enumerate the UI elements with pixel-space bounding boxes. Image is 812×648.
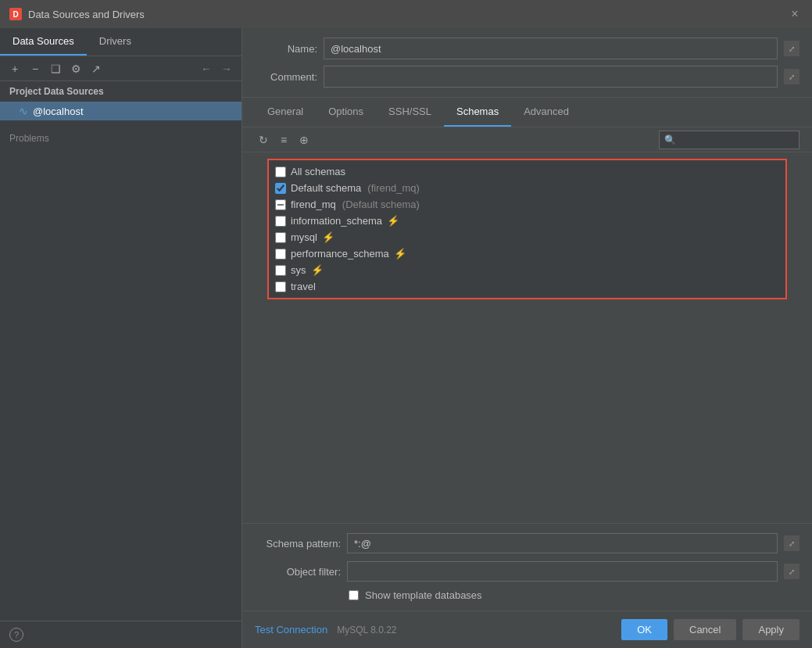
schema-name-sys: sys	[291, 264, 306, 276]
show-template-checkbox[interactable]	[349, 590, 359, 600]
schema-name-performance-schema: performance_schema	[291, 248, 389, 260]
app-icon: D	[9, 8, 22, 20]
schemas-area: All schemas Default schema (firend_mq) f…	[242, 152, 812, 523]
schema-name-travel: travel	[291, 281, 316, 292]
schema-item-mysql[interactable]: mysql ⚡	[269, 229, 785, 245]
close-button[interactable]: ×	[787, 6, 803, 22]
forward-button[interactable]: →	[218, 61, 235, 77]
copy-datasource-button[interactable]: ❑	[47, 60, 64, 77]
comment-input[interactable]	[324, 66, 778, 88]
schema-checkbox-information-schema[interactable]	[275, 216, 286, 227]
problems-section: Problems	[0, 127, 241, 150]
help-button[interactable]: ?	[9, 628, 23, 642]
search-icon: 🔍	[664, 134, 676, 145]
footer-actions: Test Connection MySQL 8.0.22 OK Cancel A…	[242, 610, 812, 648]
schema-name-firend-mq: firend_mq	[291, 199, 336, 210]
tab-schemas[interactable]: Schemas	[444, 98, 511, 127]
schema-name-all-schemas: All schemas	[291, 166, 345, 177]
schema-checkbox-travel[interactable]	[275, 281, 286, 292]
schema-checkbox-all-schemas[interactable]	[275, 166, 286, 177]
cancel-button[interactable]: Cancel	[674, 619, 736, 640]
bolt-icon-information-schema: ⚡	[387, 215, 399, 227]
schema-item-performance-schema[interactable]: performance_schema ⚡	[269, 245, 785, 262]
schemas-search-input[interactable]	[679, 134, 794, 145]
schema-item-firend-mq[interactable]: firend_mq (Default schema)	[269, 196, 785, 213]
show-template-label: Show template databases	[365, 589, 482, 601]
bottom-help: ?	[0, 621, 241, 648]
tab-general[interactable]: General	[255, 98, 316, 127]
datasource-name: @localhost	[33, 106, 84, 117]
schemas-toolbar: ↻ ≡ ⊕ 🔍	[242, 127, 812, 152]
name-label: Name:	[255, 43, 317, 55]
schema-item-travel[interactable]: travel	[269, 278, 785, 295]
tab-sshssl[interactable]: SSH/SSL	[376, 98, 444, 127]
schema-sub-default-schema: (firend_mq)	[367, 182, 419, 194]
bolt-icon-mysql: ⚡	[322, 231, 334, 243]
schema-pattern-expand-button[interactable]: ⤢	[784, 535, 799, 551]
mysql-version: MySQL 8.0.22	[337, 625, 396, 635]
schema-pattern-label: Schema pattern:	[255, 538, 341, 550]
add-datasource-button[interactable]: +	[6, 60, 23, 77]
comment-label: Comment:	[255, 71, 317, 83]
problems-label: Problems	[9, 133, 49, 144]
schema-checkbox-firend-mq[interactable]	[275, 199, 286, 210]
comment-expand-button[interactable]: ⤢	[784, 69, 799, 84]
remove-datasource-button[interactable]: −	[27, 60, 44, 77]
bolt-icon-sys: ⚡	[311, 264, 324, 276]
schemas-list: All schemas Default schema (firend_mq) f…	[267, 159, 787, 299]
back-button[interactable]: ←	[198, 61, 215, 77]
apply-button[interactable]: Apply	[742, 619, 799, 640]
schema-checkbox-sys[interactable]	[275, 265, 286, 276]
left-panel: Data Sources Drivers + − ❑ ⚙ ↗ ← → Proje…	[0, 28, 242, 648]
dialog: D Data Sources and Drivers × Data Source…	[0, 0, 812, 648]
title-bar: D Data Sources and Drivers ×	[0, 0, 812, 28]
schema-sub-firend-mq: (Default schema)	[342, 199, 420, 210]
object-filter-row: Object filter: ⤢	[255, 561, 799, 582]
schema-name-information-schema: information_schema	[291, 215, 382, 227]
schemas-content: All schemas Default schema (firend_mq) f…	[242, 152, 812, 523]
left-tab-bar: Data Sources Drivers	[0, 28, 241, 56]
schema-pattern-row: Schema pattern: ⤢	[255, 533, 799, 553]
tab-drivers[interactable]: Drivers	[87, 28, 144, 55]
right-panel: Name: ⤢ Comment: ⤢ General Options SSH/S…	[242, 28, 812, 648]
test-connection-button[interactable]: Test Connection	[255, 624, 327, 635]
move-button[interactable]: ↗	[88, 60, 105, 77]
refresh-schemas-button[interactable]: ↻	[255, 131, 272, 149]
name-input[interactable]	[324, 38, 778, 59]
object-filter-label: Object filter:	[255, 566, 341, 578]
tab-options[interactable]: Options	[316, 98, 376, 127]
list-schemas-button[interactable]: ≡	[275, 131, 292, 149]
ok-button[interactable]: OK	[621, 619, 667, 640]
schema-checkbox-performance-schema[interactable]	[275, 249, 286, 260]
schema-checkbox-mysql[interactable]	[275, 232, 286, 243]
title-bar-text: Data Sources and Drivers	[28, 9, 781, 20]
schema-item-default-schema[interactable]: Default schema (firend_mq)	[269, 180, 785, 196]
project-label: Project Data Sources	[0, 81, 241, 102]
tab-advanced[interactable]: Advanced	[511, 98, 581, 127]
name-expand-button[interactable]: ⤢	[784, 41, 799, 56]
schema-item-information-schema[interactable]: information_schema ⚡	[269, 213, 785, 229]
datasource-item-localhost[interactable]: ∿ @localhost	[0, 102, 241, 120]
comment-row: Comment: ⤢	[255, 66, 799, 88]
schema-name-default-schema: Default schema	[291, 182, 361, 194]
left-toolbar: + − ❑ ⚙ ↗ ← →	[0, 56, 241, 81]
schema-item-all-schemas[interactable]: All schemas	[269, 163, 785, 180]
schema-pattern-input[interactable]	[347, 533, 778, 553]
main-content: Data Sources Drivers + − ❑ ⚙ ↗ ← → Proje…	[0, 28, 812, 648]
bottom-form: Schema pattern: ⤢ Object filter: ⤢ Show …	[242, 523, 812, 610]
filter-schemas-button[interactable]: ⊕	[295, 131, 313, 149]
schema-item-sys[interactable]: sys ⚡	[269, 262, 785, 278]
form-header: Name: ⤢ Comment: ⤢	[242, 28, 812, 98]
object-filter-input[interactable]	[347, 561, 778, 582]
settings-button[interactable]: ⚙	[67, 60, 84, 77]
footer-right-buttons: OK Cancel Apply	[621, 619, 799, 640]
name-row: Name: ⤢	[255, 38, 799, 59]
object-filter-expand-button[interactable]: ⤢	[784, 564, 799, 579]
right-tabs-row: General Options SSH/SSL Schemas Advanced	[242, 98, 812, 127]
datasource-icon: ∿	[19, 105, 28, 117]
schemas-search-box: 🔍	[659, 131, 799, 149]
schema-checkbox-default-schema[interactable]	[275, 183, 286, 194]
tab-data-sources[interactable]: Data Sources	[0, 28, 87, 55]
bolt-icon-performance-schema: ⚡	[394, 248, 406, 260]
schema-name-mysql: mysql	[291, 231, 317, 243]
